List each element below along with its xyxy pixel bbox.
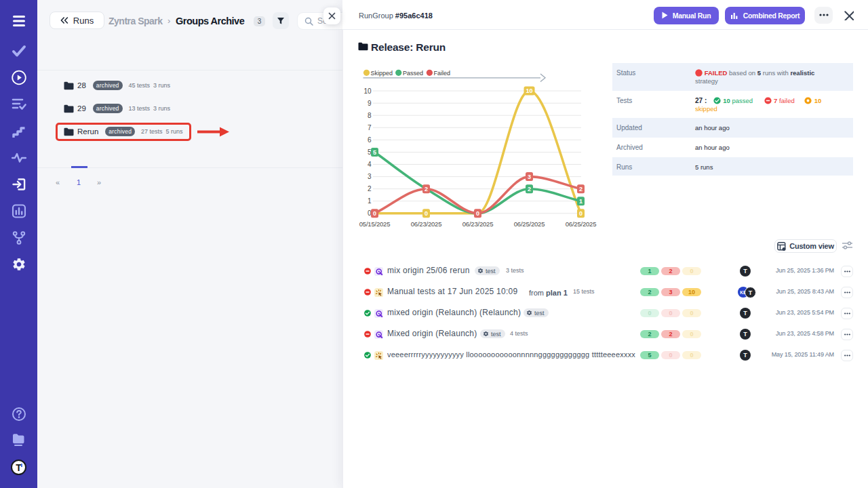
- svg-text:2: 2: [368, 185, 372, 192]
- svg-text:06/23/2025: 06/23/2025: [462, 220, 494, 228]
- svg-text:Passed: Passed: [403, 70, 423, 77]
- svg-text:2: 2: [579, 186, 583, 192]
- svg-text:0: 0: [425, 210, 428, 217]
- svg-text:3: 3: [368, 173, 372, 180]
- svg-text:06/25/2025: 06/25/2025: [514, 220, 545, 228]
- svg-text:0: 0: [579, 210, 583, 217]
- svg-text:10: 10: [363, 87, 372, 95]
- svg-text:3: 3: [528, 174, 531, 180]
- svg-text:Skipped: Skipped: [371, 70, 393, 77]
- svg-text:2: 2: [528, 186, 531, 192]
- svg-text:0: 0: [476, 210, 479, 217]
- svg-text:06/23/2025: 06/23/2025: [411, 220, 442, 228]
- svg-text:Failed: Failed: [434, 70, 451, 77]
- svg-text:0: 0: [373, 210, 376, 217]
- svg-text:8: 8: [368, 112, 372, 119]
- svg-text:5: 5: [373, 149, 376, 156]
- svg-text:1: 1: [579, 198, 583, 205]
- svg-text:06/25/2025: 06/25/2025: [566, 220, 597, 228]
- svg-text:7: 7: [368, 124, 372, 131]
- svg-text:9: 9: [368, 100, 372, 107]
- svg-text:4: 4: [368, 161, 372, 168]
- svg-text:1: 1: [368, 197, 372, 205]
- svg-text:2: 2: [425, 186, 428, 192]
- svg-text:05/15/2025: 05/15/2025: [359, 220, 391, 228]
- svg-text:10: 10: [526, 87, 532, 94]
- svg-text:6: 6: [368, 136, 372, 144]
